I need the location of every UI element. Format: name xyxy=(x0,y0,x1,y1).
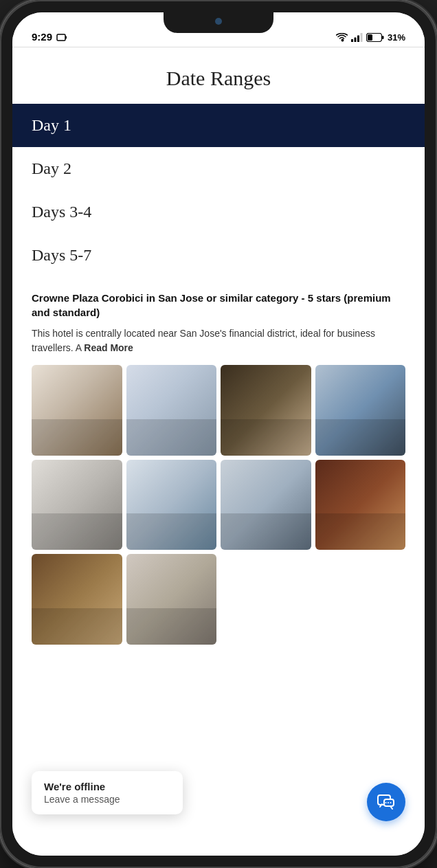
day-1-label: Day 1 xyxy=(32,116,71,134)
day-item-3-4[interactable]: Days 3-4 xyxy=(12,190,425,234)
day-item-1[interactable]: Day 1 xyxy=(12,104,425,147)
chat-icon xyxy=(377,794,395,810)
hotel-photo-grid xyxy=(32,365,405,645)
hotel-photo-5[interactable] xyxy=(32,460,122,550)
hotel-photo-4[interactable] xyxy=(315,365,406,456)
svg-point-12 xyxy=(388,802,389,803)
svg-rect-3 xyxy=(354,38,356,43)
screen-recording-icon xyxy=(56,33,67,41)
hotel-photo-10[interactable] xyxy=(126,554,217,645)
svg-rect-4 xyxy=(357,36,359,43)
days-5-7-label: Days 5-7 xyxy=(32,246,91,264)
chat-offline-title: We're offline xyxy=(44,781,170,792)
hotel-photo-6[interactable] xyxy=(126,460,217,550)
hotel-desc-text: This hotel is centrally located near San… xyxy=(32,328,375,353)
front-camera xyxy=(215,18,222,25)
chat-offline-subtitle: Leave a message xyxy=(44,794,170,805)
chat-button[interactable] xyxy=(367,783,405,821)
hotel-description: This hotel is centrally located near San… xyxy=(32,326,405,355)
page-title: Date Ranges xyxy=(12,47,425,104)
hotel-name: Crowne Plaza Corobici in San Jose or sim… xyxy=(32,291,405,320)
hotel-photo-9[interactable] xyxy=(32,554,122,645)
hotel-photo-1[interactable] xyxy=(32,365,122,456)
hotel-photo-3[interactable] xyxy=(221,365,311,456)
days-3-4-label: Days 3-4 xyxy=(32,203,91,221)
phone-frame: 9:29 xyxy=(0,0,437,868)
svg-rect-5 xyxy=(360,33,362,42)
battery-percentage: 31% xyxy=(388,32,405,43)
day-item-5-7[interactable]: Days 5-7 xyxy=(12,234,425,277)
notch xyxy=(164,12,273,33)
time-display: 9:29 xyxy=(32,31,52,43)
svg-rect-2 xyxy=(351,39,353,42)
svg-rect-7 xyxy=(382,36,384,39)
status-icons: 31% xyxy=(336,32,405,43)
main-content[interactable]: Date Ranges Day 1 Day 2 Days 3-4 Days 5-… xyxy=(12,47,425,856)
hotel-photo-2[interactable] xyxy=(126,365,217,456)
hotel-photo-8[interactable] xyxy=(315,460,406,550)
battery-icon xyxy=(366,33,384,42)
svg-rect-1 xyxy=(65,36,67,38)
day-item-2[interactable]: Day 2 xyxy=(12,147,425,190)
status-time: 9:29 xyxy=(32,31,67,43)
hotel-section: Crowne Plaza Corobici in San Jose or sim… xyxy=(12,277,425,658)
read-more-link[interactable]: Read More xyxy=(84,342,133,353)
signal-icon xyxy=(351,33,363,42)
phone-screen: 9:29 xyxy=(12,12,425,856)
svg-point-11 xyxy=(385,802,387,803)
wifi-icon xyxy=(336,33,348,42)
svg-rect-0 xyxy=(57,34,65,41)
hotel-photo-7[interactable] xyxy=(221,460,311,550)
chat-offline-bubble[interactable]: We're offline Leave a message xyxy=(32,771,183,814)
day-2-label: Day 2 xyxy=(32,159,71,177)
svg-rect-8 xyxy=(368,34,372,41)
svg-point-13 xyxy=(390,802,392,803)
